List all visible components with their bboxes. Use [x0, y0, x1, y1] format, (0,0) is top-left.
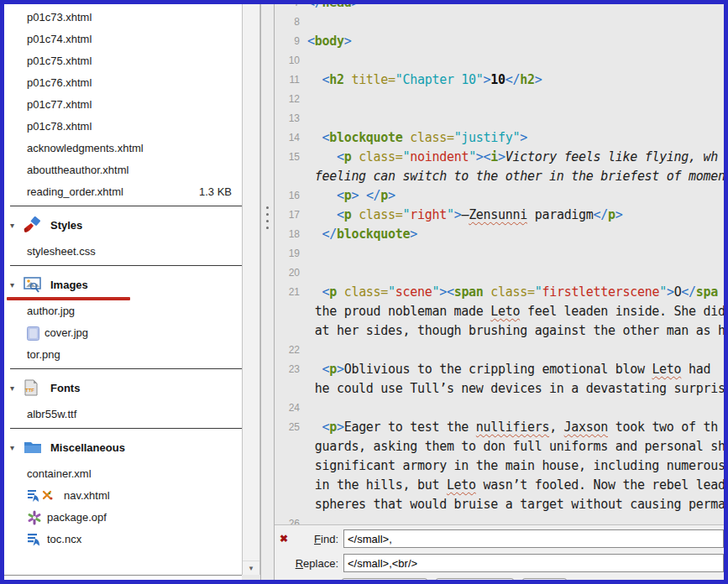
splitter-grip-dot	[266, 206, 269, 209]
line-number: 23	[275, 360, 307, 379]
code-line-12[interactable]: 12	[275, 90, 724, 109]
code-line-20[interactable]: 20	[275, 263, 724, 283]
panel-splitter[interactable]	[260, 4, 275, 580]
ncx-list-icon	[27, 532, 42, 547]
code-line-wrap[interactable]: guards, asking them to don full uniforms…	[275, 437, 724, 456]
code-text: at her sides, though brushing against th…	[307, 321, 724, 341]
file-item-author.jpg[interactable]: author.jpg	[4, 300, 242, 322]
code-line-16[interactable]: 16 <p> </p>	[275, 186, 724, 206]
code-line-23[interactable]: 23 <p>Oblivious to the crippling emotion…	[275, 360, 724, 379]
group-separator	[10, 265, 242, 266]
code-line-11[interactable]: 11 <h2 title="Chapter 10">10</h2>	[275, 70, 724, 90]
code-line-wrap[interactable]: spheres that would bruise a target witho…	[275, 495, 724, 514]
group-label: Styles	[45, 219, 82, 232]
findbar-button-partial[interactable]	[342, 578, 427, 580]
code-line-22[interactable]: 22	[275, 341, 724, 360]
findbar-buttons-partial	[342, 578, 724, 580]
find-input[interactable]	[343, 529, 724, 548]
code-line-13[interactable]: 13	[275, 109, 724, 128]
sidebar-scrollbar[interactable]: ▾	[242, 4, 260, 575]
file-item-p01c74.xhtml[interactable]: p01c74.xhtml	[4, 29, 242, 50]
file-item-package.opf[interactable]: package.opf	[4, 507, 242, 529]
chevron-down-icon[interactable]: ▾	[10, 221, 23, 230]
replace-label: Replace:	[291, 557, 338, 570]
code-line-19[interactable]: 19	[275, 244, 724, 263]
code-text: the proud nobleman made Leto feel leaden…	[307, 302, 724, 321]
group-header-images[interactable]: ▾Images	[4, 269, 242, 300]
code-lines: 7</head>89<body>1011 <h2 title="Chapter …	[275, 4, 724, 524]
scroll-down-arrow-icon[interactable]: ▾	[243, 561, 259, 575]
line-number: 9	[275, 32, 307, 51]
group-label: Fonts	[45, 382, 80, 394]
code-line-9[interactable]: 9<body>	[275, 32, 724, 51]
file-item-cover.jpg[interactable]: cover.jpg	[4, 322, 242, 344]
splitter-grip-dot	[266, 213, 269, 216]
code-line-wrap[interactable]: the proud nobleman made Leto feel leaden…	[275, 302, 724, 321]
file-item-reading_order.xhtml[interactable]: reading_order.xhtml1.3 KB	[4, 181, 242, 203]
file-item-p01c78.xhtml[interactable]: p01c78.xhtml	[4, 116, 242, 138]
file-item-p01c75.xhtml[interactable]: p01c75.xhtml	[4, 50, 242, 72]
code-view[interactable]: 7</head>89<body>1011 <h2 title="Chapter …	[275, 4, 724, 524]
code-line-15[interactable]: 15 <p class="noindent"><i>Victory feels …	[275, 148, 724, 167]
line-number: 20	[275, 263, 307, 283]
findbar-button-partial[interactable]	[436, 578, 514, 580]
file-item-p01c76.xhtml[interactable]: p01c76.xhtml	[4, 72, 242, 94]
code-text: </blockquote>	[307, 225, 417, 244]
file-item-p01c77.xhtml[interactable]: p01c77.xhtml	[4, 94, 242, 116]
file-item-albr55w.ttf[interactable]: albr55w.ttf	[4, 404, 242, 425]
file-item-p01c73.xhtml[interactable]: p01c73.xhtml	[4, 7, 242, 29]
code-text: <p class="scene"><span class="firstlette…	[307, 283, 718, 302]
code-text: <p class="noindent"><i>Victory feels lik…	[307, 148, 718, 167]
file-item-nav.xhtml[interactable]: nav.xhtml	[4, 485, 242, 507]
line-number	[275, 302, 307, 321]
file-item-stylesheet.css[interactable]: stylesheet.css	[4, 241, 242, 263]
replace-input[interactable]	[343, 554, 724, 572]
findbar-button-partial[interactable]	[522, 578, 567, 580]
line-number: 18	[275, 225, 307, 244]
file-item-tor.png[interactable]: tor.png	[4, 344, 242, 366]
code-line-8[interactable]: 8	[275, 13, 724, 32]
chevron-down-icon[interactable]: ▾	[10, 443, 23, 452]
code-line-26[interactable]: 26	[275, 514, 724, 524]
code-text: <p>Oblivious to the crippling emotional …	[307, 360, 710, 379]
group-header-miscellaneous[interactable]: ▾Miscellaneous	[4, 431, 242, 463]
line-number: 8	[275, 13, 307, 32]
code-line-7[interactable]: 7</head>	[275, 4, 724, 13]
code-line-wrap[interactable]: he could use Tull’s new devices in a dev…	[275, 379, 724, 399]
editor-pane: 7</head>89<body>1011 <h2 title="Chapter …	[275, 4, 724, 580]
code-line-wrap[interactable]: in the hills, but Leto wasn’t fooled. No…	[275, 476, 724, 495]
code-line-24[interactable]: 24	[275, 399, 724, 418]
splitter-grip-dot	[266, 227, 269, 229]
file-browser[interactable]: p01c72.xhtmlp01c73.xhtmlp01c74.xhtmlp01c…	[4, 4, 242, 576]
code-line-17[interactable]: 17 <p class="right">—Zensunni paradigm</…	[275, 206, 724, 225]
file-item-abouttheauthor.xhtml[interactable]: abouttheauthor.xhtml	[4, 159, 242, 181]
line-number: 11	[275, 70, 307, 90]
code-line-25[interactable]: 25 <p>Eager to test the nullifiers, Jaxs…	[275, 418, 724, 437]
chevron-down-icon[interactable]: ▾	[10, 280, 23, 289]
find-replace-bar: ✖ Find: Replace:	[275, 524, 724, 580]
line-number: 25	[275, 418, 307, 437]
file-name: nav.xhtml	[64, 485, 110, 507]
code-line-14[interactable]: 14 <blockquote class="justify">	[275, 128, 724, 148]
file-item-container.xml[interactable]: container.xml	[4, 463, 242, 485]
code-text: in the hills, but Leto wasn’t fooled. No…	[307, 476, 724, 495]
file-item-toc.ncx[interactable]: toc.ncx	[4, 529, 242, 550]
code-line-wrap[interactable]: feeling can switch to the other in the b…	[275, 167, 724, 186]
group-header-fonts[interactable]: ▾TTFFonts	[4, 372, 242, 404]
file-item-acknowledgments.xhtml[interactable]: acknowledgments.xhtml	[4, 138, 242, 159]
file-name: reading_order.xhtml	[27, 181, 123, 203]
close-icon[interactable]: ✖	[278, 533, 290, 545]
line-number	[275, 456, 307, 476]
code-line-21[interactable]: 21 <p class="scene"><span class="firstle…	[275, 283, 724, 302]
code-line-18[interactable]: 18 </blockquote>	[275, 225, 724, 244]
code-line-10[interactable]: 10	[275, 51, 724, 70]
file-name: container.xml	[27, 463, 92, 485]
chevron-down-icon[interactable]: ▾	[10, 383, 23, 393]
code-text: <h2 title="Chapter 10">10</h2>	[307, 70, 542, 90]
code-line-wrap[interactable]: at her sides, though brushing against th…	[275, 321, 724, 341]
code-line-wrap[interactable]: significant armory in the main house, in…	[275, 456, 724, 476]
line-number: 7	[275, 4, 307, 13]
group-header-styles[interactable]: ▾Styles	[4, 209, 242, 241]
find-label: Find:	[291, 533, 338, 545]
file-name: p01c75.xhtml	[27, 50, 92, 72]
